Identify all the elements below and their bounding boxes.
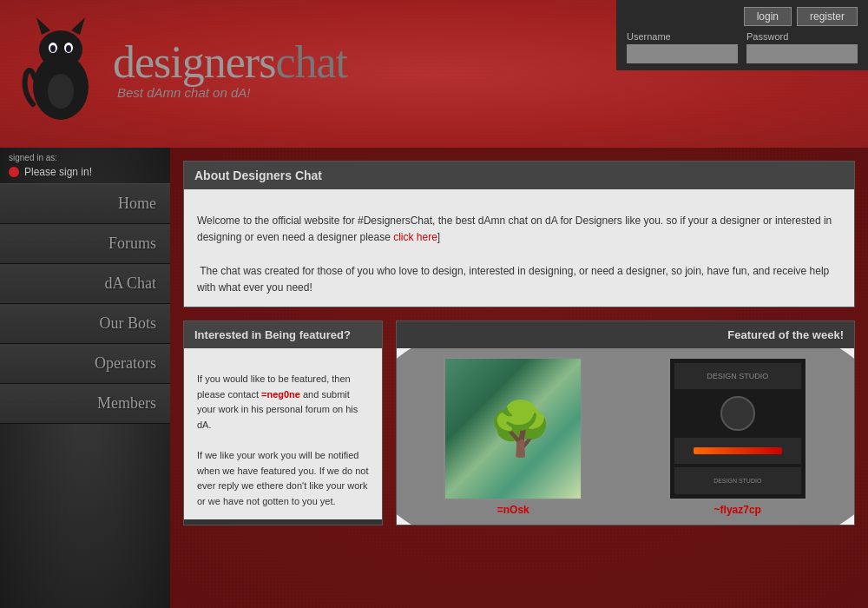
about-bubble-pointer [506, 189, 532, 202]
featured-username-2[interactable]: ~flyaz7cp [714, 504, 761, 516]
interested-box: Interested in Being featured? If you wou… [183, 321, 383, 525]
about-body: Welcome to the official website for #Des… [184, 189, 854, 307]
sidebar-item-da-chat[interactable]: dA Chat [0, 264, 170, 304]
status-dot [9, 167, 19, 177]
svg-marker-3 [71, 17, 85, 35]
featured-item-1: Artest =nOsk [405, 357, 621, 516]
password-input[interactable] [746, 44, 858, 63]
signed-in-area: signed in as: Please sign in! [0, 148, 170, 184]
featured-image-2: Designer DESIGN STUDIO DESIGN STUDIO [668, 357, 807, 500]
status-text: Please sign in! [24, 166, 92, 178]
interested-text3: If we like your work you will be notifie… [197, 450, 369, 506]
bottom-section: Interested in Being featured? If you wou… [183, 321, 855, 525]
sidebar-item-label-da-chat: dA Chat [104, 274, 156, 293]
featured-art2-bar [694, 447, 782, 454]
interested-contact-link[interactable]: =neg0ne [261, 389, 300, 400]
site-title: designerschat Best dAmn chat on dA! [113, 40, 347, 100]
login-area: login register Username Password [616, 0, 868, 70]
interested-bubble [201, 348, 227, 361]
svg-point-6 [50, 45, 56, 52]
username-label: Username [627, 31, 738, 42]
sidebar-item-members[interactable]: Members [0, 384, 170, 424]
sidebar-item-label-forums: Forums [108, 235, 156, 253]
site-name: designerschat [113, 40, 347, 85]
sidebar-item-label-our-bots: Our Bots [99, 314, 156, 333]
site-tagline: Best dAmn chat on dA! [117, 85, 347, 100]
about-header: About Designers Chat [184, 162, 854, 189]
featured-artwork-2: DESIGN STUDIO DESIGN STUDIO [670, 359, 806, 499]
password-label: Password [746, 31, 858, 42]
about-section: About Designers Chat Welcome to the offi… [183, 161, 855, 307]
interested-body: If you would like to be featured, then p… [184, 348, 382, 519]
featured-username-1[interactable]: =nOsk [497, 504, 529, 516]
login-buttons: login register [627, 7, 858, 26]
sidebar-item-home[interactable]: Home [0, 184, 170, 224]
sidebar-item-label-members: Members [97, 394, 156, 413]
sidebar-item-label-operators: Operators [95, 354, 156, 373]
svg-point-7 [66, 45, 71, 52]
username-field-group: Username [627, 31, 738, 63]
sidebar-item-label-home: Home [118, 195, 156, 213]
username-input[interactable] [627, 44, 738, 63]
svg-marker-2 [36, 17, 50, 35]
about-paragraph1: Welcome to the official website for #Des… [197, 215, 832, 243]
sidebar-item-our-bots[interactable]: Our Bots [0, 304, 170, 344]
register-button[interactable]: register [797, 7, 858, 26]
cat-logo [17, 13, 104, 126]
site-name-chat: chat [275, 37, 347, 87]
site-name-designers: designers [113, 37, 275, 87]
signed-in-label: signed in as: [9, 153, 161, 162]
about-text: Welcome to the official website for #Des… [184, 202, 854, 307]
svg-point-8 [48, 74, 74, 109]
featured-image-1: Artest [444, 357, 582, 500]
login-fields: Username Password [627, 31, 858, 63]
interested-header: Interested in Being featured? [184, 321, 382, 348]
svg-point-1 [39, 30, 82, 69]
featured-art2-top2: DESIGN STUDIO [674, 467, 801, 494]
featured-art2-top: DESIGN STUDIO [674, 363, 801, 390]
featured-content: Artest =nOsk Designer DESIGN STUDIO [397, 348, 854, 525]
sidebar-item-operators[interactable]: Operators [0, 344, 170, 384]
signed-in-status: Please sign in! [9, 166, 161, 178]
about-paragraph2: The chat was created for those of you wh… [197, 265, 829, 294]
about-click-here[interactable]: click here [393, 231, 437, 243]
sidebar: signed in as: Please sign in! HomeForums… [0, 148, 170, 608]
featured-artwork-1 [445, 359, 581, 499]
interested-text: If you would like to be featured, then p… [184, 361, 382, 519]
header: designerschat Best dAmn chat on dA! logi… [0, 0, 868, 148]
featured-header: Featured of the week! [397, 321, 854, 348]
featured-box: Featured of the week! Artest =nOsk [396, 321, 855, 525]
nav-items-container: HomeForumsdA ChatOur BotsOperatorsMember… [0, 184, 170, 424]
content-area: About Designers Chat Welcome to the offi… [170, 148, 868, 608]
main-layout: signed in as: Please sign in! HomeForums… [0, 148, 868, 608]
login-button[interactable]: login [744, 7, 792, 26]
featured-item-2: Designer DESIGN STUDIO DESIGN STUDIO ~fl… [630, 357, 846, 516]
sidebar-item-forums[interactable]: Forums [0, 224, 170, 264]
password-field-group: Password [746, 31, 858, 63]
featured-art2-bottom [674, 438, 801, 464]
featured-art2-circle [720, 396, 755, 431]
